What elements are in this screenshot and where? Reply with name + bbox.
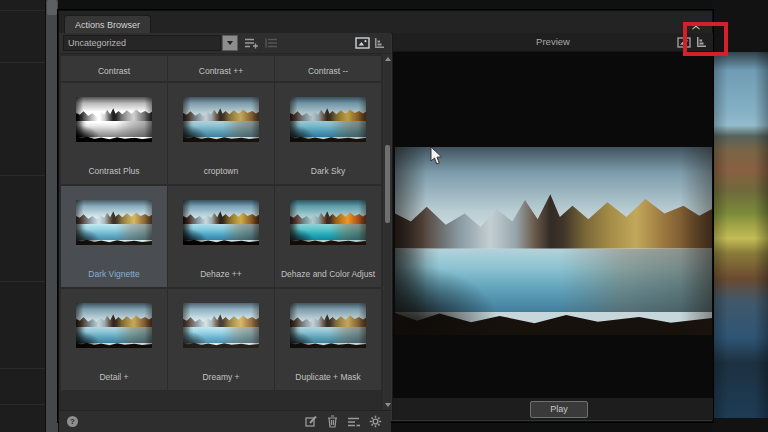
action-label: Dark Vignette (63, 269, 165, 279)
tab-actions-browser[interactable]: Actions Browser (64, 15, 151, 34)
action-item[interactable]: Contrast ++ (168, 56, 274, 81)
panel-divider (0, 10, 45, 11)
mouse-cursor (430, 146, 444, 166)
duplicate-list-icon[interactable] (265, 37, 278, 49)
actions-grid-row: Contrast Plus croptown Dark Sky (61, 83, 383, 184)
action-item[interactable]: Dreamy + (168, 289, 274, 390)
action-item[interactable]: Contrast (61, 56, 167, 81)
photo-vignette (395, 147, 712, 335)
photo-vignette (76, 303, 152, 348)
grid-scrollbar-thumb[interactable] (385, 145, 390, 223)
action-thumbnail[interactable] (76, 303, 152, 348)
preview-header: Preview (393, 33, 713, 52)
photo-vignette (183, 200, 259, 245)
action-thumbnail[interactable] (290, 97, 366, 142)
action-item[interactable]: croptown (168, 83, 274, 184)
action-thumbnail[interactable] (290, 200, 366, 245)
thumbnail-view-icon[interactable] (355, 37, 370, 49)
action-item[interactable]: Dark Vignette (61, 186, 167, 287)
background-scrollbar-track[interactable] (46, 0, 58, 432)
panel-divider (0, 368, 45, 369)
action-label: Duplicate + Mask (277, 372, 379, 382)
action-thumbnail[interactable] (183, 97, 259, 142)
preview-canvas (393, 52, 713, 398)
action-label: croptown (170, 166, 272, 176)
action-label: Dark Sky (277, 166, 379, 176)
action-thumbnail[interactable] (290, 303, 366, 348)
actions-grid: Contrast Contrast ++ Contrast -- Contras… (59, 54, 383, 410)
action-label: Contrast -- (277, 66, 379, 76)
photo-vignette (290, 200, 366, 245)
panel-divider (0, 281, 45, 282)
help-icon[interactable]: ? (67, 416, 78, 427)
action-label: Contrast ++ (170, 66, 272, 76)
actions-grid-row: Contrast Contrast ++ Contrast -- (61, 56, 383, 81)
chevron-down-icon (227, 41, 233, 45)
action-item[interactable]: Detail + (61, 289, 167, 390)
photo-vignette (76, 97, 152, 142)
action-label: Contrast Plus (63, 166, 165, 176)
play-button[interactable]: Play (530, 401, 588, 418)
category-dropdown-arrow[interactable] (222, 35, 238, 51)
background-left-panel (0, 0, 46, 432)
action-label: Contrast (63, 66, 165, 76)
background-photo-edge (714, 52, 768, 418)
preview-bottom-bar: Play (393, 398, 713, 420)
action-item[interactable]: Contrast -- (275, 56, 381, 81)
panel-divider (0, 62, 45, 63)
photo-vignette (183, 303, 259, 348)
action-thumbnail[interactable] (76, 97, 152, 142)
action-item[interactable]: Dark Sky (275, 83, 381, 184)
scroll-up-icon[interactable] (385, 57, 391, 61)
preview-title: Preview (393, 36, 713, 47)
delete-action-icon[interactable] (327, 415, 338, 428)
actions-footer-toolbar: ? (59, 410, 391, 432)
action-label: Dehaze ++ (170, 269, 272, 279)
list-view-icon[interactable] (374, 37, 385, 49)
action-label: Detail + (63, 372, 165, 382)
action-item[interactable]: Duplicate + Mask (275, 289, 381, 390)
panel-divider (0, 404, 45, 405)
scroll-down-icon[interactable] (385, 403, 391, 407)
actions-browser-window: Actions Browser Uncategorized (58, 10, 713, 422)
category-dropdown[interactable]: Uncategorized (63, 35, 221, 51)
edit-action-icon[interactable] (305, 415, 318, 428)
action-thumbnail[interactable] (76, 200, 152, 245)
action-item[interactable]: Dehaze and Color Adjust (275, 186, 381, 287)
actions-toolbar: Uncategorized (59, 33, 391, 54)
actions-panel: Uncategorized (59, 33, 391, 420)
action-thumbnail[interactable] (183, 200, 259, 245)
background-scrollbar-thumb[interactable] (47, 0, 57, 15)
action-item[interactable]: Contrast Plus (61, 83, 167, 184)
photo-vignette (290, 303, 366, 348)
actions-grid-row: Detail + Dreamy + Duplicate + Mask (61, 289, 383, 390)
action-label: Dreamy + (170, 372, 272, 382)
photo-vignette (290, 97, 366, 142)
annotation-highlight-box (683, 22, 728, 56)
preview-panel: Preview (392, 33, 713, 420)
action-item[interactable]: Dehaze ++ (168, 186, 274, 287)
remove-from-list-icon[interactable] (347, 416, 360, 428)
panel-divider (0, 175, 45, 176)
photo-vignette (76, 200, 152, 245)
window-tab-bar: Actions Browser (59, 11, 712, 34)
action-label: Dehaze and Color Adjust (277, 269, 379, 279)
photo-vignette (183, 97, 259, 142)
new-action-list-icon[interactable] (244, 37, 259, 49)
preview-photo[interactable] (395, 147, 712, 335)
actions-grid-row: Dark Vignette Dehaze ++ Dehaze and Color… (61, 186, 383, 287)
grid-scrollbar[interactable] (384, 54, 391, 410)
action-thumbnail[interactable] (183, 303, 259, 348)
settings-gear-icon[interactable] (369, 415, 382, 428)
